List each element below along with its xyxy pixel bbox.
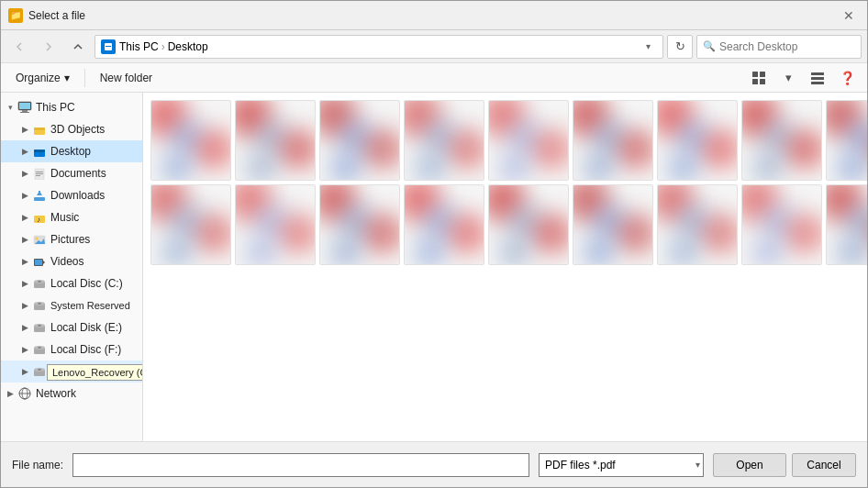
svg-rect-12: [20, 112, 29, 113]
sidebar-item-videos[interactable]: ▶ Videos: [1, 250, 142, 272]
search-input[interactable]: [719, 40, 857, 53]
sidebar-item-lenovo[interactable]: ▶ Lenovo_Recovery (G:) Lenovo_Recovery (…: [1, 360, 142, 383]
forward-button[interactable]: [36, 34, 61, 60]
file-thumbnail[interactable]: [319, 100, 400, 181]
svg-point-27: [36, 237, 39, 239]
svg-rect-1: [106, 46, 111, 47]
sidebar-item-label-music: Music: [50, 211, 79, 224]
svg-rect-21: [34, 197, 45, 201]
address-dropdown-button[interactable]: ▾: [639, 38, 657, 56]
file-thumbnail[interactable]: [319, 184, 400, 265]
address-bar[interactable]: This PC › Desktop ▾: [95, 35, 663, 59]
sidebar-item-downloads[interactable]: ▶ Downloads: [1, 184, 142, 206]
sidebar-item-label-local-c: Local Disc (C:): [50, 277, 123, 290]
close-button[interactable]: ✕: [838, 5, 860, 27]
file-dialog: 📁 Select a file ✕ This PC › Desktop ▾ ↻: [0, 0, 868, 488]
sidebar-item-network[interactable]: ▶ Network: [1, 383, 142, 405]
tree-toggle-documents[interactable]: ▶: [17, 166, 32, 181]
sidebar-item-local-f[interactable]: ▶ Local Disc (F:): [1, 338, 142, 360]
file-thumbnail[interactable]: [235, 184, 316, 265]
tree-toggle-lenovo[interactable]: ▶: [17, 364, 32, 379]
sidebar-item-label-this-pc: This PC: [36, 101, 75, 114]
file-thumbnail[interactable]: [657, 100, 738, 181]
svg-point-37: [38, 303, 41, 305]
view-dropdown-button[interactable]: ▾: [775, 67, 801, 89]
sidebar-item-label-lenovo: Lenovo_Recovery (G:): [50, 366, 139, 377]
open-button[interactable]: Open: [713, 453, 786, 477]
organize-button[interactable]: Organize ▾: [8, 67, 77, 89]
tree-toggle-pictures[interactable]: ▶: [17, 232, 32, 247]
sidebar-item-label-local-e: Local Disk (E:): [50, 321, 122, 334]
back-button[interactable]: [6, 34, 32, 60]
sidebar-item-desktop[interactable]: ▶ Desktop: [1, 140, 142, 162]
address-icon: [101, 39, 116, 54]
file-thumbnail[interactable]: [573, 184, 653, 265]
tree-toggle-network[interactable]: ▶: [3, 386, 17, 401]
file-thumbnail[interactable]: [573, 100, 653, 181]
sidebar-item-pictures[interactable]: ▶ Pictures: [1, 228, 142, 250]
music-icon: ♪: [32, 210, 47, 225]
tree-toggle-system-res[interactable]: ▶: [17, 298, 32, 313]
file-thumbnail[interactable]: [150, 184, 231, 265]
sidebar-item-label-system-res: System Reserved: [50, 300, 130, 311]
file-thumbnail[interactable]: [235, 100, 316, 181]
file-thumbnail[interactable]: [488, 184, 569, 265]
svg-rect-11: [22, 110, 28, 112]
tree-toggle-this-pc[interactable]: ▾: [3, 100, 17, 115]
file-thumbnail[interactable]: [826, 100, 867, 181]
file-thumbnail[interactable]: [741, 184, 822, 265]
search-bar[interactable]: 🔍: [696, 35, 862, 59]
sidebar-item-3d-objects[interactable]: ▶ 3D Objects: [1, 118, 142, 140]
filetype-select[interactable]: PDF files *.pdf All Files (*.*): [539, 453, 704, 477]
sidebar-item-music[interactable]: ▶ ♪ Music: [1, 206, 142, 228]
tree-toggle-local-e[interactable]: ▶: [17, 320, 32, 335]
file-thumbnail[interactable]: [657, 184, 738, 265]
lenovo-icon: [32, 364, 47, 379]
search-icon: 🔍: [703, 40, 716, 52]
filename-label: File name:: [12, 459, 63, 471]
toolbar: Organize ▾ New folder ▾: [1, 63, 867, 93]
svg-rect-7: [811, 77, 824, 80]
up-button[interactable]: [65, 34, 91, 60]
view-details-button[interactable]: [805, 67, 830, 89]
tree-toggle-local-c[interactable]: ▶: [17, 276, 32, 291]
refresh-button[interactable]: ↻: [667, 35, 693, 59]
filetype-select-wrapper[interactable]: PDF files *.pdf All Files (*.*) ▾: [539, 453, 704, 477]
network-icon: [17, 386, 32, 401]
file-thumbnail[interactable]: [404, 184, 484, 265]
filename-input[interactable]: [72, 453, 529, 477]
view-icons-button[interactable]: [746, 67, 772, 89]
sidebar-item-documents[interactable]: ▶ Documents: [1, 162, 142, 184]
documents-icon: [32, 166, 47, 181]
svg-rect-5: [760, 79, 765, 84]
desktop-icon: [32, 144, 47, 159]
file-thumbnail[interactable]: [826, 184, 867, 265]
sidebar-item-label-local-f: Local Disc (F:): [50, 343, 121, 356]
tree-toggle-desktop[interactable]: ▶: [17, 144, 32, 159]
file-thumbnail[interactable]: [404, 100, 484, 181]
sidebar-item-local-e[interactable]: ▶ Local Disk (E:): [1, 316, 142, 338]
sidebar-item-local-c[interactable]: ▶ Local Disc (C:): [1, 272, 142, 294]
svg-rect-2: [752, 72, 758, 77]
tree-toggle-videos[interactable]: ▶: [17, 254, 32, 269]
new-folder-button[interactable]: New folder: [93, 67, 160, 89]
organize-arrow-icon: ▾: [64, 72, 70, 84]
svg-rect-10: [19, 103, 30, 109]
help-button[interactable]: ❓: [834, 67, 860, 89]
file-thumbnail[interactable]: [150, 100, 231, 181]
tree-toggle-local-f[interactable]: ▶: [17, 342, 32, 357]
svg-rect-16: [34, 150, 45, 152]
pictures-icon: [32, 232, 47, 247]
tree-toggle-music[interactable]: ▶: [17, 210, 32, 225]
file-thumbnail[interactable]: [741, 100, 822, 181]
sidebar: ▾ This PC ▶: [1, 93, 143, 441]
sidebar-item-label-downloads: Downloads: [50, 189, 105, 202]
sidebar-item-label-network: Network: [36, 387, 76, 400]
sidebar-item-system-reserved[interactable]: ▶ System Reserved: [1, 294, 142, 316]
tree-toggle-3d[interactable]: ▶: [17, 122, 32, 137]
sidebar-item-this-pc[interactable]: ▾ This PC: [1, 96, 142, 118]
tree-toggle-downloads[interactable]: ▶: [17, 188, 32, 203]
file-thumbnail[interactable]: [488, 100, 569, 181]
cancel-button[interactable]: Cancel: [792, 453, 856, 477]
file-grid: [147, 96, 863, 269]
